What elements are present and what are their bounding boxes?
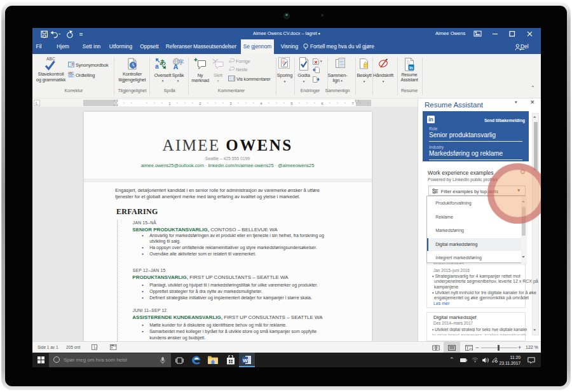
svg-text:5: 5	[290, 102, 293, 105]
svg-text:7: 7	[351, 102, 354, 105]
svg-text:あ: あ	[160, 58, 167, 65]
svg-text:字: 字	[178, 59, 184, 65]
svg-text:a: a	[155, 63, 159, 70]
svg-text:in: in	[409, 65, 413, 70]
svg-text:123: 123	[69, 75, 72, 78]
svg-text:4: 4	[260, 102, 262, 105]
svg-text:A: A	[174, 63, 179, 71]
svg-text:2: 2	[199, 102, 201, 105]
svg-text:W: W	[243, 358, 248, 363]
svg-text:1: 1	[168, 102, 171, 105]
svg-text:6: 6	[321, 102, 323, 105]
svg-text:3: 3	[229, 102, 232, 105]
